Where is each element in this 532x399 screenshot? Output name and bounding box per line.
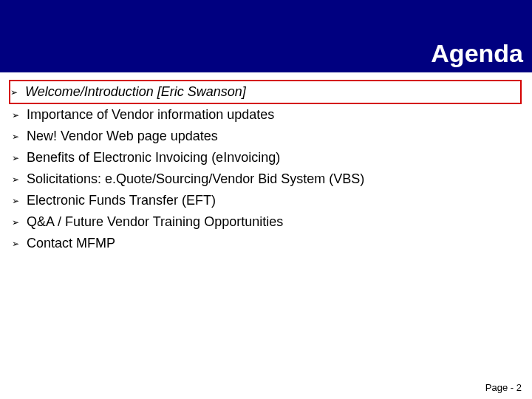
agenda-item: ➢New! Vendor Web page updates — [12, 126, 520, 147]
bullet-icon: ➢ — [12, 173, 27, 186]
slide-header: Agenda — [0, 0, 532, 72]
agenda-item: ➢Welcome/Introduction [Eric Swanson] — [9, 80, 522, 104]
page-number: Page - 2 — [485, 382, 522, 393]
slide-title: Agenda — [431, 39, 523, 68]
agenda-item: ➢Benefits of Electronic Invoicing (eInvo… — [12, 147, 520, 168]
agenda-item-text: Contact MFMP — [27, 233, 520, 253]
bullet-icon: ➢ — [10, 86, 25, 99]
agenda-item-text: Q&A / Future Vendor Training Opportuniti… — [27, 212, 520, 232]
agenda-item-text: Electronic Funds Transfer (EFT) — [27, 191, 520, 211]
bullet-icon: ➢ — [12, 109, 27, 122]
bullet-icon: ➢ — [12, 151, 27, 165]
bullet-icon: ➢ — [12, 194, 27, 208]
agenda-item: ➢Electronic Funds Transfer (EFT) — [12, 190, 520, 211]
agenda-item-text: Benefits of Electronic Invoicing (eInvoi… — [27, 148, 520, 168]
agenda-item-text: Solicitations: e.Quote/Sourcing/Vendor B… — [27, 169, 520, 189]
agenda-item: ➢Contact MFMP — [12, 233, 520, 254]
agenda-item: ➢Solicitations: e.Quote/Sourcing/Vendor … — [12, 168, 520, 190]
agenda-item-text: New! Vendor Web page updates — [27, 126, 520, 146]
slide-content: ➢Welcome/Introduction [Eric Swanson]➢Imp… — [0, 72, 532, 254]
agenda-item-text: Importance of Vendor information updates — [27, 105, 520, 125]
bullet-icon: ➢ — [12, 237, 27, 250]
agenda-list: ➢Welcome/Introduction [Eric Swanson]➢Imp… — [12, 80, 520, 254]
bullet-icon: ➢ — [12, 130, 27, 143]
agenda-item: ➢Importance of Vendor information update… — [12, 104, 520, 126]
agenda-item-text: Welcome/Introduction [Eric Swanson] — [25, 82, 520, 102]
bullet-icon: ➢ — [12, 216, 27, 229]
agenda-item: ➢Q&A / Future Vendor Training Opportunit… — [12, 211, 520, 233]
